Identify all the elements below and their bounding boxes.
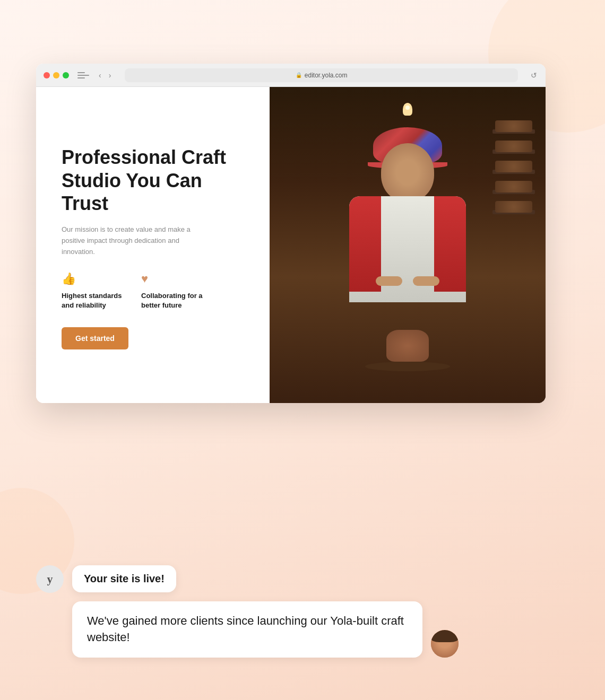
user-avatar-face	[431, 630, 459, 658]
store-shelves	[492, 129, 535, 342]
person-head	[381, 143, 434, 202]
yola-avatar: y	[36, 565, 64, 593]
toggle-line	[77, 72, 85, 73]
shelf-item	[492, 129, 535, 134]
arm-right	[413, 276, 439, 286]
person-arms	[349, 265, 466, 297]
craft-photo	[270, 87, 546, 403]
shelf-item	[492, 150, 535, 154]
toggle-line	[77, 75, 89, 76]
hero-left-panel: Professional Craft Studio You Can Trust …	[36, 87, 270, 403]
hero-title: Professional Craft Studio You Can Trust	[62, 146, 244, 215]
sidebar-toggle-button[interactable]	[77, 71, 89, 80]
user-avatar	[431, 630, 459, 658]
chat-bubble-2: We've gained more clients since launchin…	[72, 601, 422, 658]
browser-content: Professional Craft Studio You Can Trust …	[36, 87, 546, 403]
toggle-line	[77, 77, 85, 78]
browser-toolbar: ‹ › 🔒 editor.yola.com ↺	[36, 64, 546, 87]
overhead-light	[403, 103, 412, 116]
shelf-item	[492, 210, 535, 214]
url-text: editor.yola.com	[305, 72, 348, 79]
feature-label-collaboration: Collaborating for a better future	[141, 291, 205, 310]
shelf-item	[492, 170, 535, 174]
chat-message-2: We've gained more clients since launchin…	[87, 614, 404, 644]
chat-section: y Your site is live! We've gained more c…	[36, 565, 569, 658]
feature-item-reliability: 👍 Highest standards and reliability	[62, 272, 125, 310]
feature-item-collaboration: ♥ Collaborating for a better future	[141, 272, 205, 310]
heart-icon: ♥	[141, 272, 205, 286]
chat-row-2: We've gained more clients since launchin…	[36, 601, 569, 658]
feature-label-reliability: Highest standards and reliability	[62, 291, 125, 310]
features-row: 👍 Highest standards and reliability ♥ Co…	[62, 272, 244, 310]
arm-left	[376, 276, 402, 286]
hero-image-panel	[270, 87, 546, 403]
thumbs-up-icon: 👍	[62, 272, 125, 286]
pottery-wheel-scene	[355, 338, 461, 371]
browser-window: ‹ › 🔒 editor.yola.com ↺ Professional Cra…	[36, 64, 546, 403]
pottery-wheel	[365, 362, 450, 371]
chat-bubble-1: Your site is live!	[72, 565, 176, 592]
refresh-button[interactable]: ↺	[530, 70, 538, 81]
chat-row-1: y Your site is live!	[36, 565, 569, 593]
clay-vase	[386, 330, 429, 362]
maximize-button[interactable]	[63, 72, 69, 78]
close-button[interactable]	[44, 72, 50, 78]
shelf-item	[492, 190, 535, 194]
back-button[interactable]: ‹	[97, 70, 103, 81]
get-started-button[interactable]: Get started	[62, 327, 128, 349]
lock-icon: 🔒	[296, 72, 302, 78]
address-bar[interactable]: 🔒 editor.yola.com	[125, 68, 518, 82]
hero-description: Our mission is to create value and make …	[62, 224, 210, 257]
forward-button[interactable]: ›	[107, 70, 114, 81]
traffic-lights	[44, 72, 69, 78]
chat-message-1: Your site is live!	[84, 573, 165, 584]
minimize-button[interactable]	[53, 72, 59, 78]
nav-arrows: ‹ ›	[97, 70, 113, 81]
